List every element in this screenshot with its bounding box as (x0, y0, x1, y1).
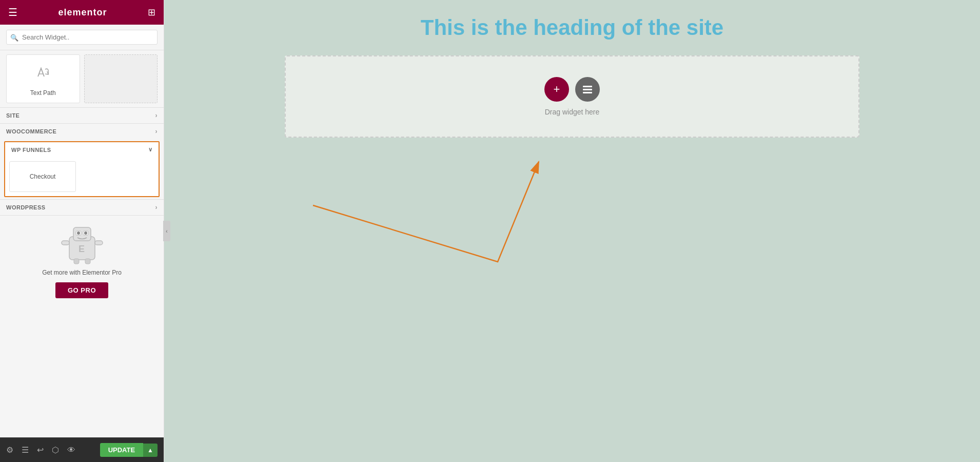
section-wp-funnels: WP FUNNELS ∨ Checkout (4, 141, 160, 197)
drop-zone-actions: + (544, 77, 600, 102)
site-heading: This is the heading of the site (410, 0, 734, 50)
main-canvas: This is the heading of the site + Drag w… (164, 0, 980, 462)
checkout-label: Checkout (30, 173, 56, 180)
layers-icon[interactable]: ☰ (22, 445, 29, 455)
settings-icon[interactable]: ⚙ (6, 445, 13, 455)
drop-zone: + Drag widget here (285, 55, 859, 138)
section-site-label: SITE (6, 112, 19, 119)
drop-text: Drag widget here (545, 108, 600, 116)
hamburger-icon[interactable]: ☰ (8, 6, 17, 18)
responsive-icon[interactable]: ⬡ (52, 445, 59, 455)
update-btn-wrapper: UPDATE ▲ (100, 443, 158, 457)
update-button[interactable]: UPDATE (100, 443, 143, 457)
search-input[interactable] (6, 30, 158, 45)
svg-rect-12 (583, 89, 592, 90)
elementor-logo: elementor (58, 7, 107, 18)
svg-rect-6 (62, 241, 69, 245)
section-wordpress-label: WORDPRESS (6, 204, 46, 210)
update-dropdown-button[interactable]: ▲ (143, 444, 158, 457)
sidebar-header: ☰ elementor ⊞ (0, 0, 164, 25)
section-settings-button[interactable] (575, 77, 600, 102)
widget-checkout[interactable]: Checkout (9, 161, 76, 192)
go-pro-button[interactable]: GO PRO (55, 282, 108, 298)
svg-rect-7 (95, 241, 103, 245)
footer-icons: ⚙ ☰ ↩ ⬡ 👁 (6, 445, 75, 455)
widget-grid: Text Path (0, 50, 164, 107)
grid-icon[interactable]: ⊞ (148, 7, 155, 18)
history-icon[interactable]: ↩ (37, 445, 44, 455)
svg-point-4 (77, 232, 80, 235)
widget-placeholder (84, 54, 158, 103)
section-woocommerce[interactable]: WOOCOMMERCE › (0, 123, 164, 139)
svg-rect-10 (85, 259, 90, 264)
sidebar-scroll[interactable]: Text Path SITE › WOOCOMMERCE › WP FUNNEL… (0, 50, 164, 437)
wp-funnels-content: Checkout (5, 157, 159, 196)
text-path-label: Text Path (30, 89, 56, 97)
chevron-right-icon: › (155, 128, 158, 135)
sidebar: ☰ elementor ⊞ 🔍 (0, 0, 164, 462)
svg-rect-11 (583, 86, 592, 87)
svg-rect-13 (583, 92, 592, 93)
promo-text: Get more with Elementor Pro (6, 269, 158, 276)
collapse-sidebar-tab[interactable]: ‹ (163, 221, 170, 241)
search-icon: 🔍 (10, 33, 18, 41)
search-area: 🔍 (0, 25, 164, 50)
promo-section: E Get more with Elementor Pro GO PRO (0, 215, 164, 306)
section-site[interactable]: SITE › (0, 107, 164, 123)
sidebar-footer: ⚙ ☰ ↩ ⬡ 👁 UPDATE ▲ (0, 437, 164, 462)
chevron-right-icon: › (155, 112, 158, 119)
add-widget-button[interactable]: + (544, 77, 569, 102)
preview-icon[interactable]: 👁 (67, 446, 75, 455)
section-wordpress[interactable]: WORDPRESS › (0, 199, 164, 215)
svg-point-5 (84, 232, 87, 235)
section-woocommerce-label: WOOCOMMERCE (6, 128, 56, 134)
svg-rect-9 (74, 259, 79, 264)
chevron-down-icon: ∨ (148, 146, 153, 153)
wp-funnels-label: WP FUNNELS (11, 147, 51, 153)
text-path-icon (34, 63, 52, 85)
wp-funnels-header[interactable]: WP FUNNELS ∨ (5, 142, 159, 157)
svg-text:E: E (79, 244, 85, 254)
widget-text-path[interactable]: Text Path (6, 54, 80, 103)
chevron-right-icon: › (155, 204, 158, 211)
promo-image: E (56, 224, 108, 265)
